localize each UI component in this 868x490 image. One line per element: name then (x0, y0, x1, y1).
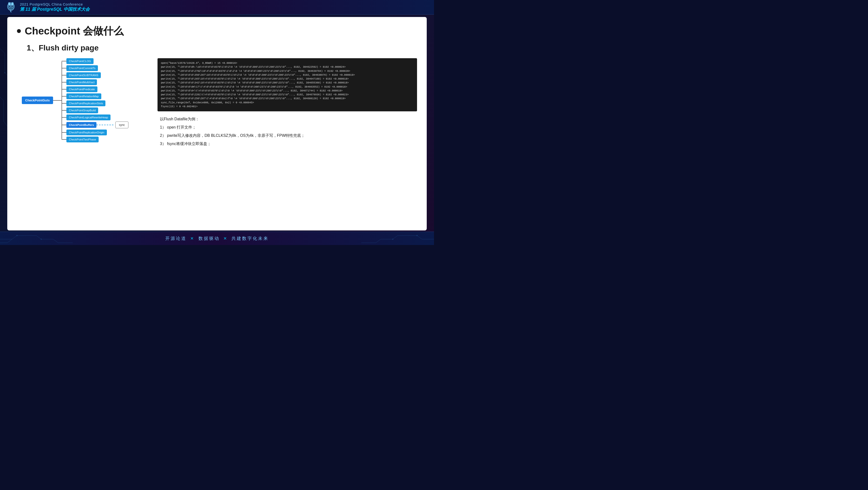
code-line-2: pwrite(15, "\20\0\0\0h-\10\4\0\0\0\0370\… (161, 65, 414, 69)
code-line-1: open("base/13578/16428.6", O_RDWR) = 15 … (161, 61, 414, 65)
svg-point-17 (392, 239, 393, 240)
branch-item: CheckPointTwoPhase (62, 137, 128, 142)
code-line-9: pwrite(15, "\20\0\0\0\220i\t\4\0\0\0\037… (161, 93, 414, 96)
code-line-7: pwrite(15, "\20\0\0\0H\17\t\4\0\0\0\0370… (161, 85, 414, 89)
description: 以Flush Datafile为例： 1） open 打开文件； 2） pwri… (160, 115, 417, 148)
flow-wrapper: CheckPointGuts CheckPointCLOG (22, 58, 128, 142)
main-node: CheckPointGuts (22, 96, 53, 104)
branch-item: CheckPointCLOG (62, 58, 128, 64)
svg-point-14 (17, 235, 18, 236)
branch-item: CheckPointReplicationSlots (62, 100, 128, 106)
sub-node-clog: CheckPointCLOG (66, 58, 93, 64)
code-line-10: pwrite(15, "\20\0\0\0\250\207\t\4\0\0\0\… (161, 96, 414, 100)
svg-point-10 (9, 5, 10, 6)
code-line-8: pwrite(15, "\20\0\0\0<\t\4\0\0\0\0370\1\… (161, 89, 414, 93)
code-line-12: fsync(15) = 0 <0.002481> (161, 105, 414, 109)
footer-text1: 开源论道 (165, 235, 187, 241)
right-panel: open("base/13578/16428.6", O_RDWR) = 15 … (157, 58, 417, 148)
header: 2021 PostgreSQL China Conference 第 11 届 … (0, 0, 434, 15)
section-heading: 1、Flush dirty page (27, 43, 417, 53)
flowchart: CheckPointGuts CheckPointCLOG (22, 58, 148, 148)
header-title-en: 2021 PostgreSQL China Conference (20, 2, 90, 6)
desc-item-3: 3） fsync将缓冲块立即落盘； (160, 140, 417, 148)
desc-item-2: 2） pwrite写入修改内容，DB BLCLKSZ为8k，OS为4k，非原子写… (160, 132, 417, 140)
sub-node-subtrans: CheckPointSUBTRANS (66, 72, 100, 78)
code-line-3: pwrite(15, "\20\0\0\0\270Z\10\4\0\0\0\03… (161, 69, 414, 73)
code-line-11: sync_file_range(0xf, 0x16ece000, 0x12000… (161, 101, 414, 105)
sub-node-twophase: CheckPointTwoPhase (66, 137, 99, 142)
desc-item-1: 1） open 打开文件； (160, 123, 417, 131)
sub-node-predicate: CheckPointPredicate (66, 86, 97, 92)
code-line-4: pwrite(15, "\20\0\0\0\350\207\10\4\0\0\0… (161, 73, 414, 77)
desc-intro: 以Flush Datafile为例： (160, 115, 417, 123)
slide: Checkpoint 会做什么 1、Flush dirty page Check… (7, 17, 427, 230)
footer-text2: 数据驱动 (198, 235, 220, 241)
sub-node-logicalrewriteheap: CheckPointLogicalRewriteHeap (66, 115, 111, 120)
svg-point-11 (12, 5, 13, 6)
footer: 开源论道 × 数据驱动 × 共建数字化未来 (0, 232, 434, 245)
bullet-dot (17, 29, 21, 33)
svg-point-15 (41, 239, 42, 240)
sub-node-relationmap: CheckPointRelationMap (66, 93, 101, 99)
branch-item-buffers: CheckPointBuffers sync (62, 121, 128, 128)
sub-node-replicationslots: CheckPointReplicationSlots (66, 100, 105, 106)
branch-item: CheckPointRelationMap (62, 93, 128, 99)
sync-node: sync (115, 121, 129, 128)
branch-item: CheckPointSUBTRANS (62, 72, 128, 78)
header-text: 2021 PostgreSQL China Conference 第 11 届 … (20, 2, 90, 12)
svg-point-16 (416, 235, 417, 236)
sub-node-multixact: CheckPointMultiXact (66, 79, 97, 85)
branch-item: CheckPointReplicationOrigin (62, 129, 128, 135)
slide-title: Checkpoint 会做什么 (17, 24, 417, 38)
branch-item: CheckPointSnapBuild (62, 108, 128, 113)
sub-node-snapbuild: CheckPointSnapBuild (66, 108, 98, 113)
code-block: open("base/13578/16428.6", O_RDWR) = 15 … (157, 58, 417, 111)
footer-divider1: × (190, 235, 194, 241)
postgres-logo (5, 1, 17, 13)
sub-node-buffers: CheckPointBuffers (66, 122, 96, 128)
branch-item: CheckPointCommitTs (62, 65, 128, 71)
branch-item: CheckPointLogicalRewriteHeap (62, 115, 128, 120)
code-line-5: pwrite(15, "\20\0\0\0\265\10\4\0\0\0\037… (161, 77, 414, 81)
footer-divider2: × (224, 235, 228, 241)
branch-item: CheckPointMultiXact (62, 79, 128, 85)
sub-node-committs: CheckPointCommitTs (66, 65, 98, 71)
footer-text: 开源论道 × 数据驱动 × 共建数字化未来 (165, 235, 269, 241)
footer-text3: 共建数字化未来 (231, 235, 269, 241)
content-area: CheckPointGuts CheckPointCLOG (22, 58, 417, 148)
header-title-cn: 第 11 届 PostgreSQL 中国技术大会 (20, 6, 90, 12)
code-line-6: pwrite(15, "\20\0\0\0\342\10\4\0\0\0\037… (161, 81, 414, 85)
branch-item: CheckPointPredicate (62, 86, 128, 92)
sub-node-replicationorigin: CheckPointReplicationOrigin (66, 129, 106, 135)
